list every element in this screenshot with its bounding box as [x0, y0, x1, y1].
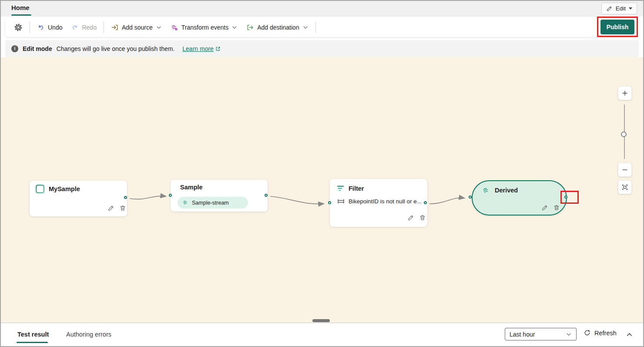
minus-icon: [621, 166, 629, 174]
refresh-label: Refresh: [594, 330, 617, 337]
edit-mode-dropdown-button[interactable]: Edit: [601, 3, 637, 14]
transform-events-label: Transform events: [181, 24, 228, 31]
collapse-panel-button[interactable]: [624, 329, 634, 340]
add-source-icon: [111, 24, 119, 31]
sample-data-icon: [35, 184, 45, 194]
ribbon-header: Home Edit: [0, 0, 644, 17]
toolbar-separator: [104, 22, 104, 33]
toolbar: Undo Redo Add source: [5, 17, 639, 37]
edit-node-icon[interactable]: [407, 214, 414, 221]
port-derived-output[interactable]: [564, 195, 567, 199]
pencil-icon: [606, 5, 613, 12]
edit-mode-message: Changes will go live once you publish th…: [57, 45, 175, 52]
node-title: Derived: [495, 187, 518, 194]
learn-more-label: Learn more: [182, 45, 214, 52]
settings-button[interactable]: [10, 20, 27, 34]
port-filter-output[interactable]: [424, 201, 427, 204]
undo-label: Undo: [48, 24, 62, 31]
redo-button[interactable]: Redo: [67, 20, 101, 34]
port-sample-input[interactable]: [169, 194, 172, 197]
publish-button[interactable]: Publish: [600, 20, 634, 34]
condition-icon: [337, 197, 345, 206]
tab-home[interactable]: Home: [11, 4, 30, 11]
node-filter[interactable]: Filter BikepointID is not null or e...: [330, 179, 427, 227]
fit-to-screen-button[interactable]: [618, 180, 632, 194]
transform-events-button[interactable]: Transform events: [166, 20, 242, 34]
gear-icon: [14, 23, 23, 32]
toolbar-separator: [315, 22, 316, 33]
filter-condition-text: BikepointID is not null or e...: [349, 198, 422, 205]
undo-button[interactable]: Undo: [33, 20, 67, 34]
caret-down-icon: [629, 7, 632, 10]
eventstream-canvas[interactable]: MySample Sample Sample-stream: [0, 57, 644, 323]
plus-icon: [621, 89, 629, 97]
fit-to-screen-icon: [621, 183, 629, 191]
external-link-icon: [215, 46, 221, 52]
redo-label: Redo: [82, 24, 96, 31]
info-icon: i: [11, 45, 18, 52]
edit-node-icon[interactable]: [107, 205, 114, 212]
zoom-slider-handle[interactable]: [621, 131, 627, 137]
node-mysample[interactable]: MySample: [30, 181, 127, 216]
refresh-icon: [584, 329, 591, 337]
tab-home-indicator: [11, 14, 31, 16]
delete-node-icon[interactable]: [553, 204, 560, 211]
node-sample[interactable]: Sample Sample-stream: [171, 180, 268, 212]
node-title: Sample: [180, 184, 203, 191]
eventstream-icon: [182, 199, 189, 206]
add-destination-label: Add destination: [257, 24, 299, 31]
toolbar-separator: [30, 22, 30, 33]
learn-more-link[interactable]: Learn more: [182, 45, 221, 52]
node-title: Filter: [349, 185, 364, 192]
node-derived[interactable]: Derived: [472, 180, 567, 216]
chevron-down-icon: [231, 24, 238, 30]
eventstream-icon: [482, 186, 490, 195]
port-filter-input[interactable]: [328, 201, 331, 204]
filter-icon: [336, 184, 345, 192]
chevron-down-icon: [156, 24, 162, 30]
chevron-down-icon: [566, 331, 572, 337]
zoom-out-button[interactable]: [618, 163, 632, 177]
time-range-value: Last hour: [510, 331, 535, 338]
port-mysample-output[interactable]: [124, 196, 127, 199]
delete-node-icon[interactable]: [419, 214, 426, 221]
sample-stream-pill[interactable]: Sample-stream: [178, 197, 248, 209]
bottom-panel: Test result Authoring errors Last hour R…: [0, 323, 644, 346]
tab-test-result-indicator: [17, 342, 48, 343]
edit-mode-infobar: i Edit mode Changes will go live once yo…: [5, 40, 639, 57]
chevron-down-icon: [302, 24, 309, 30]
eventstream-editor-window: Home Edit: [0, 0, 644, 347]
chevron-up-icon: [626, 331, 633, 338]
redo-icon: [71, 24, 79, 31]
edit-mode-title: Edit mode: [23, 45, 52, 52]
add-destination-button[interactable]: Add destination: [242, 20, 313, 34]
tab-authoring-errors[interactable]: Authoring errors: [66, 331, 111, 338]
refresh-button[interactable]: Refresh: [584, 329, 617, 337]
delete-node-icon[interactable]: [119, 205, 126, 212]
edit-button-label: Edit: [616, 5, 626, 12]
port-sample-output[interactable]: [265, 194, 268, 197]
canvas-horizontal-scrollbar[interactable]: [312, 319, 330, 322]
tab-test-result[interactable]: Test result: [17, 331, 49, 338]
add-source-label: Add source: [122, 24, 153, 31]
node-title: MySample: [49, 185, 80, 192]
add-source-button[interactable]: Add source: [107, 20, 166, 34]
add-destination-icon: [246, 24, 254, 31]
zoom-in-button[interactable]: [618, 86, 632, 100]
stream-pill-label: Sample-stream: [192, 200, 229, 206]
time-range-select[interactable]: Last hour: [505, 328, 577, 340]
transform-events-icon: [171, 24, 178, 31]
edit-node-icon[interactable]: [541, 204, 548, 211]
filter-condition-row: BikepointID is not null or e...: [337, 197, 422, 206]
undo-icon: [37, 24, 45, 31]
port-derived-input[interactable]: [469, 195, 472, 199]
